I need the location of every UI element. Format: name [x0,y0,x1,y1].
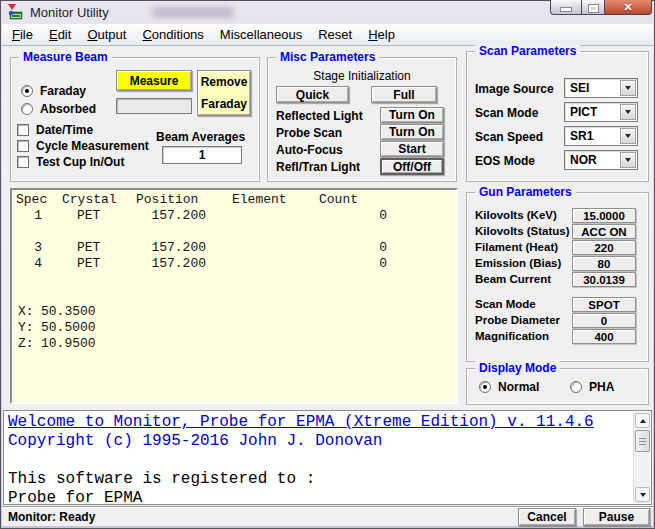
minimize-button[interactable] [550,0,582,15]
menu-edit[interactable]: Edit [41,25,79,44]
app-icon[interactable] [7,4,23,20]
probe-scan-label: Probe Scan [276,126,342,140]
image-source-select[interactable]: SEI [564,78,638,98]
radio-dot-icon [21,103,33,115]
pause-button[interactable]: Pause [583,508,650,526]
refl-tran-light-button[interactable]: Off/Off [380,158,444,175]
stage-y-readout: Y: 50.5000 [13,320,455,336]
display-mode-group: Display Mode Normal PHA [466,368,649,405]
misc-parameters-title: Misc Parameters [276,50,379,64]
absorbed-radio[interactable]: Absorbed [21,102,96,116]
status-text: Monitor: Ready [8,510,95,524]
kilovolts-status-value: ACC ON [572,224,636,239]
scan-mode-select[interactable]: PICT [564,102,638,122]
scan-mode-label: Scan Mode [475,106,538,120]
scroll-up-button[interactable] [635,413,650,428]
dropdown-arrow-icon[interactable] [620,80,636,96]
measure-beam-title: Measure Beam [19,50,112,64]
beam-current-value: 30.0139 [572,272,636,287]
menu-help[interactable]: Help [360,25,403,44]
scan-speed-label: Scan Speed [475,130,543,144]
beam-averages-input[interactable]: 1 [162,146,242,164]
beam-reading-field[interactable] [116,98,192,114]
auto-focus-label: Auto-Focus [276,143,343,157]
maximize-button[interactable] [581,0,605,15]
scan-mode-value: PICT [570,105,597,119]
menu-file[interactable]: File [4,25,41,44]
eos-mode-select[interactable]: NOR [564,150,638,170]
client-area: File Edit Output Conditions Miscellaneou… [2,24,653,526]
log-console: Welcome to Monitor, Probe for EPMA (Xtre… [3,410,652,505]
pha-radio-label: PHA [589,380,614,394]
col-header-count: Count [319,192,358,207]
display-mode-title: Display Mode [475,361,560,375]
faraday-radio-label: Faraday [40,84,86,98]
dropdown-arrow-icon[interactable] [620,128,636,144]
menu-miscellaneous[interactable]: Miscellaneous [212,25,310,44]
welcome-line: Welcome to Monitor, Probe for EPMA (Xtre… [8,413,594,432]
registered-line: This software is registered to : [8,470,315,489]
reflected-light-button[interactable]: Turn On [380,107,444,123]
beam-current-label: Beam Current [475,273,551,285]
menubar: File Edit Output Conditions Miscellaneou… [2,24,653,46]
probe-scan-button[interactable]: Turn On [380,124,444,140]
stage-x-readout: X: 50.3500 [13,304,455,320]
col-header-element: Element [232,192,287,207]
checkbox-icon [17,140,29,152]
measure-button[interactable]: Measure [116,70,192,91]
filament-heat-value: 220 [572,240,636,255]
full-button[interactable]: Full [371,86,437,103]
faraday-radio[interactable]: Faraday [21,84,86,98]
radio-dot-icon [570,381,582,393]
test-cup-label: Test Cup In/Out [36,155,124,169]
scroll-down-button[interactable] [635,487,650,502]
cancel-button[interactable]: Cancel [518,508,576,526]
misc-parameters-group: Misc Parameters Stage Initialization Qui… [267,57,457,182]
reflected-light-label: Reflected Light [276,109,363,123]
remove-faraday-button[interactable]: Remove Faraday [197,70,251,116]
scrollbar[interactable] [633,412,650,503]
radio-dot-icon [21,85,33,97]
image-source-value: SEI [570,81,589,95]
test-cup-checkbox[interactable]: Test Cup In/Out [17,155,124,169]
radio-dot-icon [479,381,491,393]
scan-parameters-title: Scan Parameters [475,44,580,58]
cycle-measurement-checkbox[interactable]: Cycle Measurement [17,139,149,153]
absorbed-radio-label: Absorbed [40,102,96,116]
table-header: Spec Crystal Position Element Count [13,192,455,208]
emission-bias-label: Emission (Bias) [475,257,561,269]
remove-faraday-line2: Faraday [201,97,247,111]
eos-mode-label: EOS Mode [475,154,535,168]
magnification-label: Magnification [475,330,549,342]
eos-mode-value: NOR [570,153,597,167]
date-time-checkbox[interactable]: Date/Time [17,123,93,137]
col-header-crystal: Crystal [62,192,117,207]
remove-faraday-line1: Remove [201,75,248,89]
menu-output[interactable]: Output [79,25,134,44]
pha-radio[interactable]: PHA [570,380,614,394]
close-button[interactable]: ✕ [604,0,652,15]
filament-heat-label: Filament (Heat) [475,241,558,253]
table-row: 1 PET 157.200 0 [13,208,455,224]
statusbar: Monitor: Ready Cancel Pause [2,506,653,526]
menu-conditions[interactable]: Conditions [134,25,211,44]
menu-reset[interactable]: Reset [310,25,360,44]
scan-speed-value: SR1 [570,129,593,143]
dropdown-arrow-icon[interactable] [620,104,636,120]
minimize-icon [561,8,571,11]
gun-parameters-group: Gun Parameters Kilovolts (KeV) 15.0000 K… [466,192,649,362]
dropdown-arrow-icon[interactable] [620,152,636,168]
quick-button[interactable]: Quick [276,86,349,103]
close-icon: ✕ [623,1,632,14]
auto-focus-start-button[interactable]: Start [380,141,444,157]
date-time-label: Date/Time [36,123,93,137]
image-source-label: Image Source [475,82,554,96]
scrollbar-thumb[interactable] [635,430,650,452]
window-title: Monitor Utility [30,5,109,20]
titlebar: Monitor Utility ✕ [0,0,655,24]
normal-radio[interactable]: Normal [479,380,539,394]
monitor-utility-window: Monitor Utility ✕ File Edit Output Condi… [0,0,655,529]
probe-diameter-label: Probe Diameter [475,314,560,326]
scan-speed-select[interactable]: SR1 [564,126,638,146]
scroll-up-icon [640,419,646,423]
